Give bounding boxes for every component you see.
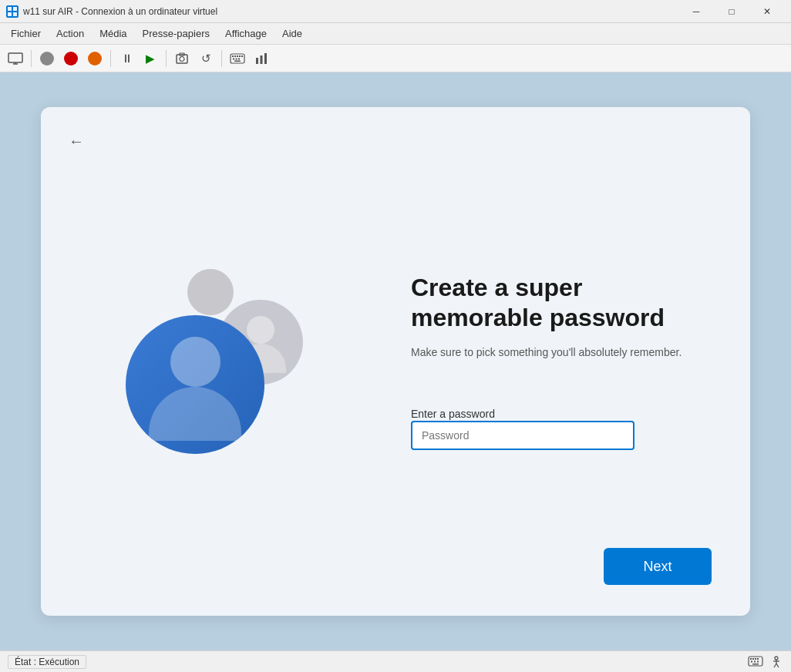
- svg-rect-29: [754, 660, 756, 662]
- svg-rect-22: [264, 53, 267, 64]
- svg-point-32: [775, 657, 778, 660]
- statusbar-right: [748, 655, 783, 669]
- svg-rect-15: [241, 55, 243, 57]
- svg-rect-1: [13, 7, 17, 11]
- tb-pause-btn[interactable]: ⏸: [116, 48, 137, 69]
- back-button[interactable]: ←: [64, 129, 89, 153]
- minimize-button[interactable]: ─: [678, 0, 714, 23]
- svg-rect-30: [757, 660, 759, 662]
- toolbar-sep-4: [221, 50, 222, 67]
- avatar-head-primary: [170, 337, 220, 387]
- toolbar: ⏸ ▶ ↺: [0, 45, 791, 72]
- tb-refresh-btn[interactable]: ↺: [195, 48, 217, 69]
- menu-media[interactable]: Média: [92, 26, 134, 41]
- accessibility-icon: [769, 655, 783, 669]
- svg-rect-0: [8, 7, 12, 11]
- password-input[interactable]: [411, 421, 634, 450]
- svg-rect-20: [256, 58, 258, 64]
- next-button[interactable]: Next: [604, 548, 712, 585]
- svg-rect-3: [13, 12, 17, 16]
- content-panel: Create a super memorable password Make s…: [380, 273, 704, 450]
- svg-line-35: [774, 664, 776, 667]
- menu-fichier[interactable]: Fichier: [3, 26, 49, 41]
- svg-rect-12: [234, 55, 236, 57]
- tb-capture-btn[interactable]: [171, 48, 193, 69]
- tb-power-btn[interactable]: [84, 48, 106, 69]
- menu-action[interactable]: Action: [49, 26, 92, 41]
- close-button[interactable]: ✕: [749, 0, 785, 23]
- app-icon: [6, 5, 19, 18]
- tb-keyboard-btn[interactable]: [227, 48, 248, 69]
- avatar-primary: [126, 315, 264, 454]
- svg-rect-13: [237, 55, 238, 57]
- tb-stats-btn[interactable]: [251, 48, 272, 69]
- page-title: Create a super memorable password: [411, 273, 704, 332]
- toolbar-sep-2: [110, 50, 111, 67]
- execution-state: État : Exécution: [8, 655, 86, 669]
- svg-rect-21: [261, 55, 263, 64]
- svg-rect-31: [752, 664, 759, 665]
- menu-presse-papiers[interactable]: Presse-papiers: [135, 26, 217, 41]
- maximize-button[interactable]: □: [714, 0, 749, 23]
- svg-rect-16: [233, 58, 234, 59]
- svg-rect-4: [8, 53, 22, 62]
- svg-rect-26: [755, 658, 756, 660]
- svg-rect-18: [238, 58, 240, 59]
- window-title: w11 sur AIR - Connexion à un ordinateur …: [23, 6, 678, 17]
- menu-aide[interactable]: Aide: [274, 26, 310, 41]
- svg-rect-24: [750, 658, 752, 660]
- svg-rect-11: [232, 55, 234, 57]
- menu-affichage[interactable]: Affichage: [217, 26, 274, 41]
- setup-card: ← Create a super memorable password Make…: [41, 107, 750, 616]
- svg-rect-14: [239, 55, 241, 57]
- svg-rect-27: [757, 658, 759, 660]
- statusbar: État : Exécution: [0, 650, 791, 672]
- window-controls: ─ □ ✕: [678, 0, 785, 23]
- menubar: Fichier Action Média Presse-papiers Affi…: [0, 23, 791, 45]
- svg-rect-25: [752, 658, 754, 660]
- user-illustration: [87, 246, 380, 477]
- svg-rect-7: [177, 55, 187, 63]
- svg-rect-17: [236, 58, 237, 59]
- avatar-body-primary: [149, 387, 241, 441]
- main-area: ← Create a super memorable password Make…: [0, 72, 791, 650]
- svg-rect-2: [8, 12, 12, 16]
- tb-record-btn[interactable]: [60, 48, 82, 69]
- svg-point-8: [180, 56, 184, 61]
- svg-rect-10: [231, 54, 244, 63]
- statusbar-left: État : Exécution: [8, 655, 86, 669]
- avatar-bg-small: [187, 269, 234, 315]
- titlebar: w11 sur AIR - Connexion à un ordinateur …: [0, 0, 791, 23]
- toolbar-sep-1: [31, 50, 32, 67]
- avatar-head-secondary: [247, 316, 274, 344]
- svg-line-36: [776, 664, 779, 667]
- page-subtitle: Make sure to pick something you'll absol…: [411, 344, 704, 361]
- tb-play-btn[interactable]: ▶: [140, 48, 161, 69]
- toolbar-sep-3: [166, 50, 167, 67]
- tb-monitor-btn[interactable]: [5, 48, 26, 69]
- password-label: Enter a password: [411, 408, 495, 420]
- svg-rect-19: [234, 60, 241, 62]
- tb-stop-circle-btn[interactable]: [36, 48, 58, 69]
- svg-rect-28: [751, 660, 752, 662]
- keyboard-status-icon: [748, 656, 763, 668]
